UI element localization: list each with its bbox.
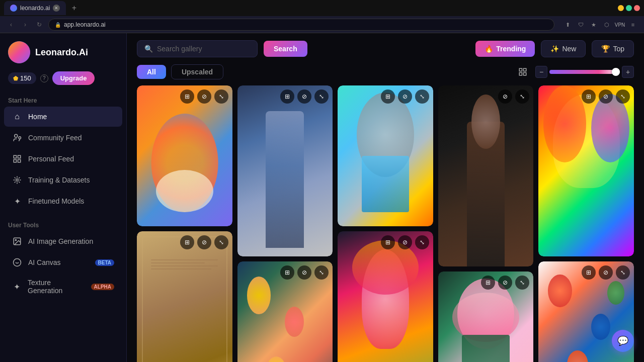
expand-btn[interactable]: ⤡ — [415, 89, 429, 104]
expand-btn[interactable]: ⤡ — [515, 89, 529, 104]
expand-btn[interactable]: ⤡ — [214, 235, 228, 249]
credits-bar: ⬟ 150 ? Upgrade — [0, 71, 126, 93]
more-options-btn[interactable]: ⊘ — [297, 89, 311, 104]
gallery-item[interactable]: ⊞ ⊘ ⤡ — [137, 85, 232, 226]
zoom-out-button[interactable]: − — [535, 66, 547, 78]
search-button[interactable]: Search — [264, 41, 307, 57]
ai-canvas-label: AI Canvas — [28, 258, 61, 266]
sidebar-item-texture[interactable]: ✦ Texture Generation ALPHA — [4, 274, 122, 300]
image-overlay: ⊞ ⊘ ⤡ — [538, 85, 634, 108]
gallery-item[interactable]: ⊞ ⊘ ⤡ — [237, 261, 333, 362]
more-options-btn[interactable]: ⊘ — [599, 89, 613, 104]
active-tab[interactable]: leonardo.ai ✕ — [4, 1, 66, 15]
close-btn[interactable] — [634, 5, 640, 11]
expand-btn[interactable]: ⤡ — [616, 265, 630, 280]
generate-similar-btn[interactable]: ⊞ — [481, 276, 495, 290]
more-options-btn[interactable]: ⊘ — [398, 235, 412, 249]
credits-info-icon[interactable]: ? — [40, 74, 48, 82]
maximize-btn[interactable] — [626, 5, 632, 11]
expand-btn[interactable]: ⤡ — [214, 89, 228, 104]
generate-similar-btn[interactable]: ⊞ — [280, 265, 294, 280]
community-icon — [12, 133, 22, 143]
search-box[interactable]: 🔍 Search gallery — [137, 40, 258, 57]
bookmark-icon[interactable]: ★ — [589, 20, 599, 30]
generate-similar-btn[interactable]: ⊞ — [280, 89, 294, 104]
more-options-btn[interactable]: ⊘ — [297, 265, 311, 280]
credits-amount: 150 — [20, 74, 31, 82]
address-bar: ‹ › ↻ 🔒 app.leonardo.ai ⬆ 🛡 ★ ⬡ VPN ≡ — [0, 16, 644, 33]
menu-icon[interactable]: ≡ — [628, 20, 638, 30]
gallery-item[interactable]: ⊞ ⊘ ⤡ — [137, 231, 232, 362]
generate-similar-btn[interactable]: ⊞ — [582, 89, 596, 104]
svg-rect-2 — [14, 155, 16, 158]
sidebar-item-ai-canvas[interactable]: AI Canvas BETA — [4, 252, 122, 273]
sidebar-item-community-feed[interactable]: Community Feed — [4, 128, 122, 148]
sparkle-icon: ✨ — [550, 45, 559, 53]
beta-badge: BETA — [95, 259, 114, 266]
refresh-btn[interactable]: ↻ — [34, 20, 44, 30]
finetuned-label: Finetuned Models — [28, 197, 84, 205]
gallery-image — [237, 85, 333, 256]
gallery-item[interactable]: ⊞ ⊘ ⤡ — [237, 85, 333, 256]
back-btn[interactable]: ‹ — [6, 20, 16, 30]
url-bar[interactable]: 🔒 app.leonardo.ai — [48, 19, 554, 31]
minimize-btn[interactable] — [618, 5, 624, 11]
forward-btn[interactable]: › — [20, 20, 30, 30]
more-options-btn[interactable]: ⊘ — [398, 89, 412, 104]
sidebar-item-training[interactable]: Training & Datasets — [4, 170, 122, 190]
svg-rect-3 — [18, 155, 21, 158]
extensions-icon[interactable]: ⬡ — [602, 20, 612, 30]
start-here-label: Start Here — [0, 93, 126, 106]
upgrade-button[interactable]: Upgrade — [52, 71, 95, 85]
more-options-btn[interactable]: ⊘ — [197, 235, 211, 249]
tab-close-btn[interactable]: ✕ — [53, 5, 60, 12]
gallery-item[interactable]: ⊞ ⊘ ⤡ — [338, 231, 433, 362]
generate-similar-btn[interactable]: ⊞ — [180, 235, 194, 249]
generate-similar-btn[interactable]: ⊞ — [381, 235, 395, 249]
more-options-btn[interactable]: ⊘ — [498, 276, 512, 290]
more-options-btn[interactable]: ⊘ — [498, 89, 512, 104]
filter-upscaled-button[interactable]: Upscaled — [171, 64, 223, 79]
gallery-item[interactable]: ⊞ ⊘ ⤡ — [438, 272, 534, 362]
sidebar: Leonardo.Ai ⬟ 150 ? Upgrade Start Here ⌂… — [0, 33, 127, 362]
more-options-btn[interactable]: ⊘ — [197, 89, 211, 104]
gallery-item[interactable]: ⊘ ⤡ — [438, 85, 534, 266]
shield-icon[interactable]: 🛡 — [576, 20, 586, 30]
sidebar-item-ai-image[interactable]: AI Image Generation — [4, 231, 122, 251]
expand-btn[interactable]: ⤡ — [515, 276, 529, 290]
image-overlay: ⊞ ⊘ ⤡ — [338, 231, 433, 253]
expand-btn[interactable]: ⤡ — [616, 89, 630, 104]
search-icon: 🔍 — [144, 45, 153, 53]
more-options-btn[interactable]: ⊘ — [599, 265, 613, 280]
new-tab-btn[interactable]: + — [68, 2, 80, 14]
search-area: 🔍 Search gallery Search 🔥 Trending ✨ New… — [127, 33, 644, 64]
share-icon[interactable]: ⬆ — [562, 20, 573, 30]
search-placeholder[interactable]: Search gallery — [157, 45, 202, 53]
generate-similar-btn[interactable]: ⊞ — [582, 265, 596, 280]
chat-support-button[interactable]: 💬 — [612, 330, 634, 352]
trending-button[interactable]: 🔥 Trending — [475, 41, 535, 57]
expand-btn[interactable]: ⤡ — [314, 89, 329, 104]
generate-similar-btn[interactable]: ⊞ — [381, 89, 395, 104]
filter-all-button[interactable]: All — [137, 65, 166, 79]
generate-similar-btn[interactable]: ⊞ — [180, 89, 194, 104]
top-button[interactable]: 🏆 Top — [592, 40, 634, 57]
expand-btn[interactable]: ⤡ — [415, 235, 429, 249]
logo-text: Leonardo.Ai — [35, 47, 88, 58]
expand-btn[interactable]: ⤡ — [314, 265, 329, 280]
sidebar-item-home[interactable]: ⌂ Home — [4, 107, 122, 127]
gallery-item[interactable]: ⊞ ⊘ ⤡ — [538, 85, 634, 256]
gallery-item[interactable]: ⊞ ⊘ ⤡ — [338, 85, 433, 226]
sidebar-item-finetuned[interactable]: ✦ Finetuned Models — [4, 191, 122, 211]
top-icon: 🏆 — [601, 45, 610, 53]
new-button[interactable]: ✨ New — [541, 40, 586, 57]
texture-icon: ✦ — [12, 282, 22, 292]
training-label: Training & Datasets — [28, 176, 90, 184]
zoom-slider[interactable] — [549, 70, 620, 74]
svg-rect-11 — [519, 73, 522, 75]
trending-label: Trending — [496, 45, 526, 53]
sidebar-item-personal-feed[interactable]: Personal Feed — [4, 149, 122, 169]
tab-bar: leonardo.ai ✕ + — [0, 0, 644, 16]
grid-view-button[interactable] — [515, 64, 530, 79]
zoom-in-button[interactable]: + — [622, 66, 634, 78]
